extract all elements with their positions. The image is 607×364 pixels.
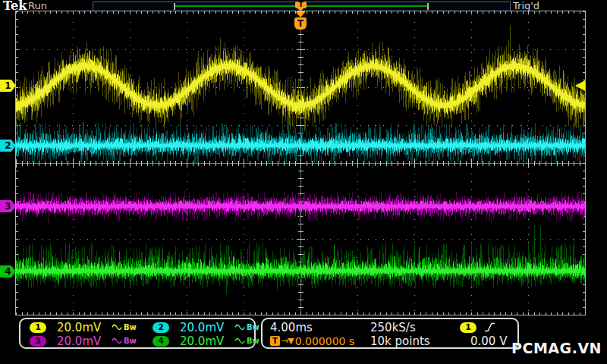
- channel-2-position-flag: 2: [0, 140, 16, 152]
- trigger-position-label: T: [294, 17, 307, 30]
- channel-2-readout: 2 20.0mV Bw: [153, 321, 266, 334]
- trigger-status: Trig'd: [513, 0, 539, 11]
- channel-3-badge: 3: [30, 336, 46, 347]
- sample-rate: 250kS/s: [370, 321, 454, 334]
- trigger-position-marker: T: [294, 12, 307, 32]
- record-view-bracket-right: [427, 3, 429, 10]
- channel-3-scale: 20.0mV: [57, 334, 112, 348]
- acquisition-status: Run: [28, 0, 47, 11]
- record-trigger-flag-label: T: [295, 2, 307, 8]
- channel-3-coupling: Bw: [112, 337, 143, 345]
- ac-coupling-icon: [112, 337, 122, 344]
- channel-4-scale: 20.0mV: [180, 334, 234, 348]
- channel-3-position-flag: 3: [0, 200, 16, 212]
- channel-1-coupling: Bw: [112, 323, 143, 331]
- watermark: PCMAG.VN: [511, 340, 602, 356]
- trigger-position-readout: T→▼0.000000 s: [270, 335, 370, 347]
- channel-1-position-flag: 1: [0, 80, 16, 92]
- graticule: [15, 11, 586, 315]
- channel-2-badge: 2: [153, 322, 169, 333]
- trigger-arrow-icons: →▼: [281, 336, 294, 346]
- trigger-flag-icon: T: [270, 336, 280, 346]
- record-length: 10k points: [370, 334, 454, 348]
- channel-1-readout: 1 20.0mV Bw: [30, 321, 143, 334]
- down-arrow-icon: [296, 12, 305, 17]
- ac-coupling-icon: [234, 324, 245, 331]
- bandwidth-limit-icon: Bw: [247, 323, 259, 331]
- trigger-level-arrow: [575, 80, 585, 91]
- trigger-level-value: 0.00 V: [470, 334, 507, 348]
- corner-arc-decoration: [0, 346, 11, 364]
- record-view-bracket-left: [174, 3, 175, 10]
- channel-4-badge: 4: [153, 336, 169, 347]
- channel-2-scale: 20.0mV: [180, 321, 234, 334]
- oscilloscope-screen: Tek Run T Trig'd T 1 2 3 4 1 20.0mV: [0, 0, 607, 364]
- waveform-canvas: [16, 11, 585, 315]
- channel-readout-box: 1 20.0mV Bw 2 20.0mV Bw: [19, 318, 256, 349]
- ac-coupling-icon: [112, 324, 122, 331]
- bandwidth-limit-icon: Bw: [124, 323, 137, 331]
- channel-1-scale: 20.0mV: [57, 321, 112, 334]
- trigger-source-badge: 1: [460, 322, 476, 333]
- ac-coupling-icon: [234, 337, 245, 344]
- trigger-position-value: 0.000000 s: [295, 335, 355, 347]
- channel-3-readout: 3 20.0mV Bw: [30, 334, 143, 348]
- channel-1-badge: 1: [30, 322, 46, 333]
- channel-4-readout: 4 20.0mV Bw: [153, 334, 266, 348]
- bandwidth-limit-icon: Bw: [247, 337, 259, 345]
- rising-edge-icon: [484, 322, 495, 332]
- bandwidth-limit-icon: Bw: [124, 337, 137, 345]
- channel-4-position-flag: 4: [0, 265, 16, 278]
- time-per-div: 4.00ms: [270, 321, 370, 334]
- horizontal-trigger-readout-box: 4.00ms 250kS/s 1 T→▼0.000000 s 10k point…: [261, 318, 519, 349]
